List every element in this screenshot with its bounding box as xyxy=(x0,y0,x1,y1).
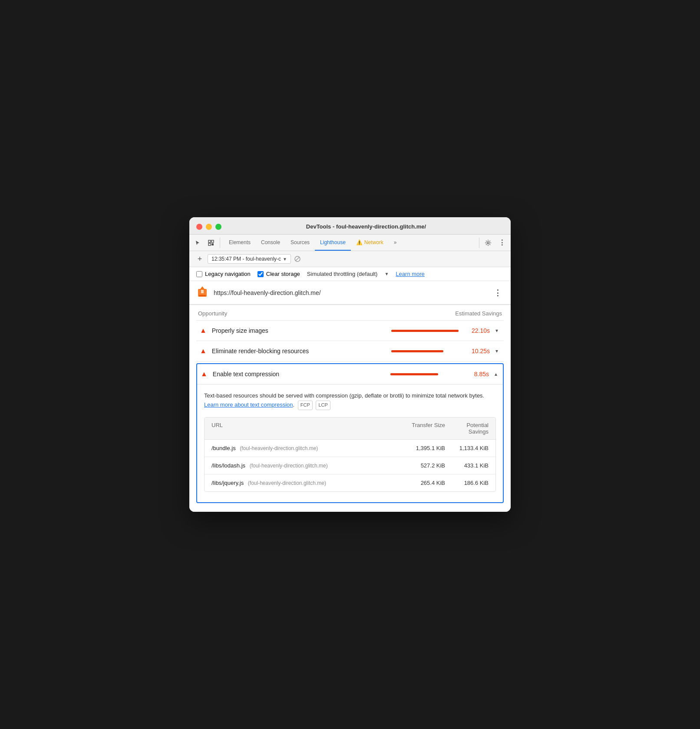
savings-value: 10.25s xyxy=(466,348,490,355)
savings-value: 8.85s xyxy=(465,371,489,378)
savings-bar-container xyxy=(391,330,461,332)
savings-value: 22.10s xyxy=(466,327,490,334)
devtools-window: DevTools - foul-heavenly-direction.glitc… xyxy=(189,217,511,511)
clear-storage-checkbox[interactable] xyxy=(258,271,264,277)
clear-storage-checkbox-group[interactable]: Clear storage xyxy=(258,271,300,277)
row-savings: 1,133.4 KiB xyxy=(445,445,489,451)
savings-bar-container xyxy=(390,373,460,375)
network-warning-icon: ⚠️ xyxy=(356,239,363,245)
row-transfer: 265.4 KiB xyxy=(406,480,445,486)
svg-rect-2 xyxy=(208,243,211,245)
savings-bar xyxy=(391,330,459,332)
svg-rect-0 xyxy=(208,240,211,242)
row-url: /libs/jquery.js (foul-heavenly-direction… xyxy=(211,480,406,486)
svg-rect-10 xyxy=(199,295,206,296)
svg-rect-9 xyxy=(201,290,204,293)
row-url: /libs/lodash.js (foul-heavenly-direction… xyxy=(211,462,406,469)
add-session-button[interactable]: + xyxy=(195,254,205,264)
tabs-list: Elements Console Sources Lighthouse ⚠️ N… xyxy=(224,235,475,251)
tabs-right-controls: ⋮ xyxy=(479,238,507,248)
lcp-badge: LCP xyxy=(316,401,330,410)
close-button[interactable] xyxy=(196,224,202,230)
svg-line-6 xyxy=(296,257,300,261)
opportunity-title: Eliminate render-blocking resources xyxy=(212,348,391,355)
col-header-transfer: Transfer Size xyxy=(406,422,445,435)
toolbar2-left: + 12:35:47 PM - foul-heavenly-c ▼ xyxy=(195,254,505,264)
estimated-savings-label: Estimated Savings xyxy=(455,310,502,317)
table-row[interactable]: /libs/lodash.js (foul-heavenly-direction… xyxy=(205,457,495,474)
session-dropdown-arrow: ▼ xyxy=(283,257,287,262)
session-toolbar: + 12:35:47 PM - foul-heavenly-c ▼ xyxy=(189,251,511,267)
row-url: /bundle.js (foul-heavenly-direction.glit… xyxy=(211,445,406,451)
tab-console[interactable]: Console xyxy=(256,235,285,251)
tab-elements[interactable]: Elements xyxy=(224,235,256,251)
opportunity-row-eliminate-render-blocking[interactable]: ▲ Eliminate render-blocking resources 10… xyxy=(196,341,504,361)
inspector-icon[interactable] xyxy=(206,238,216,248)
savings-bar xyxy=(390,373,438,375)
url-more-options-button[interactable]: ⋮ xyxy=(492,287,504,299)
throttling-dropdown-arrow[interactable]: ▼ xyxy=(384,272,389,276)
opportunity-title: Enable text compression xyxy=(213,371,390,378)
lighthouse-logo-icon xyxy=(196,285,208,300)
settings-icon[interactable] xyxy=(483,238,493,248)
row-transfer: 527.2 KiB xyxy=(406,462,445,469)
row-savings: 433.1 KiB xyxy=(445,462,489,469)
table-row[interactable]: /bundle.js (foul-heavenly-direction.glit… xyxy=(205,440,495,457)
opportunity-header: Opportunity Estimated Savings xyxy=(196,305,504,321)
minimize-button[interactable] xyxy=(206,224,212,230)
table-row[interactable]: /libs/jquery.js (foul-heavenly-direction… xyxy=(205,474,495,491)
svg-rect-1 xyxy=(211,240,214,242)
svg-point-4 xyxy=(487,242,489,244)
learn-more-text-compression-link[interactable]: Learn more about text compression xyxy=(204,401,293,408)
traffic-lights xyxy=(196,224,221,230)
description-text: Text-based resources should be served wi… xyxy=(204,391,496,410)
options-bar: Legacy navigation Clear storage Simulate… xyxy=(189,267,511,281)
fcp-badge: FCP xyxy=(298,401,313,410)
chevron-down-icon: ▾ xyxy=(493,328,500,334)
maximize-button[interactable] xyxy=(215,224,221,230)
throttling-label: Simulated throttling (default) xyxy=(307,271,378,277)
row-savings: 186.6 KiB xyxy=(445,480,489,486)
tab-more[interactable]: » xyxy=(389,235,402,251)
svg-rect-3 xyxy=(211,243,214,245)
content-area: Opportunity Estimated Savings ▲ Properly… xyxy=(189,305,511,511)
url-bar: https://foul-heavenly-direction.glitch.m… xyxy=(189,281,511,305)
compression-data-table: URL Transfer Size Potential Savings /bun… xyxy=(204,417,496,492)
opportunity-label: Opportunity xyxy=(198,310,227,317)
opportunity-row-enable-text-compression-wrapper: ▲ Enable text compression 8.85s ▴ Text-b… xyxy=(196,363,504,503)
savings-bar xyxy=(391,350,443,352)
table-header: URL Transfer Size Potential Savings xyxy=(205,418,495,440)
col-header-url: URL xyxy=(211,422,406,435)
warning-triangle-icon: ▲ xyxy=(200,347,207,355)
row-transfer: 1,395.1 KiB xyxy=(406,445,445,451)
learn-more-link[interactable]: Learn more xyxy=(396,271,424,277)
chevron-down-icon: ▾ xyxy=(493,348,500,354)
window-title: DevTools - foul-heavenly-direction.glitc… xyxy=(228,223,504,230)
page-url: https://foul-heavenly-direction.glitch.m… xyxy=(214,289,486,296)
col-header-savings: Potential Savings xyxy=(445,422,489,435)
warning-triangle-icon: ▲ xyxy=(200,327,207,335)
tab-network[interactable]: ⚠️ Network xyxy=(351,235,389,251)
opportunity-row-enable-text-compression[interactable]: ▲ Enable text compression 8.85s ▴ xyxy=(197,364,503,384)
tab-lighthouse[interactable]: Lighthouse xyxy=(315,235,351,251)
tab-icons-group xyxy=(193,238,220,248)
warning-triangle-icon: ▲ xyxy=(201,370,208,378)
cursor-icon[interactable] xyxy=(193,238,203,248)
devtools-tabs-bar: Elements Console Sources Lighthouse ⚠️ N… xyxy=(189,235,511,251)
tab-sources[interactable]: Sources xyxy=(285,235,315,251)
opportunity-title: Properly size images xyxy=(212,327,391,334)
expanded-section-enable-text-compression: Text-based resources should be served wi… xyxy=(197,384,503,498)
session-selector[interactable]: 12:35:47 PM - foul-heavenly-c ▼ xyxy=(208,254,291,264)
block-icon[interactable] xyxy=(294,255,301,263)
titlebar: DevTools - foul-heavenly-direction.glitc… xyxy=(189,217,511,235)
more-options-icon[interactable]: ⋮ xyxy=(497,238,507,248)
chevron-up-icon: ▴ xyxy=(492,371,499,377)
savings-bar-container xyxy=(391,350,461,352)
legacy-navigation-checkbox[interactable] xyxy=(196,271,202,277)
legacy-navigation-checkbox-group[interactable]: Legacy navigation xyxy=(196,271,251,277)
svg-marker-8 xyxy=(200,286,205,290)
opportunity-row-properly-size-images[interactable]: ▲ Properly size images 22.10s ▾ xyxy=(196,321,504,341)
